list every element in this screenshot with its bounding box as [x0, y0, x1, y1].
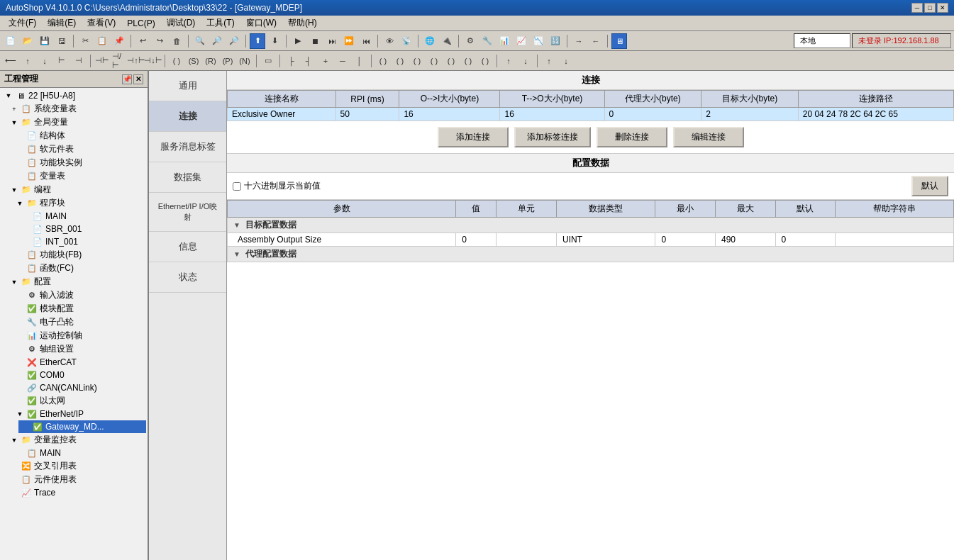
expand-config[interactable]: ▼: [9, 279, 20, 286]
tb-new[interactable]: 📄: [3, 33, 18, 49]
tb2-4[interactable]: ⊢: [54, 53, 70, 69]
tb2-coil1[interactable]: ⊣⊢: [94, 53, 110, 69]
tb2-up[interactable]: ↑: [501, 53, 516, 69]
expand-fc[interactable]: [14, 265, 26, 272]
expand-crossref[interactable]: [9, 463, 20, 470]
tree-node-progblock[interactable]: ▼ 📁 程序块: [13, 196, 146, 210]
tree-node-com0[interactable]: ✅ COM0: [13, 369, 146, 381]
panel-close[interactable]: ✕: [133, 74, 143, 84]
tree-node-elemuse[interactable]: 📋 元件使用表: [7, 473, 146, 486]
menu-edit[interactable]: 编辑(E): [42, 16, 82, 30]
tree-node-trace[interactable]: 📈 Trace: [7, 486, 146, 499]
expand-main[interactable]: [20, 213, 31, 220]
tree-node-softelem[interactable]: 📋 软元件表: [13, 142, 146, 156]
tree-node-funcblock-inst[interactable]: 📋 功能块实例: [13, 156, 146, 169]
tree-node-prog[interactable]: ▼ 📁 编程: [7, 183, 146, 196]
tb2-out2[interactable]: (S): [186, 53, 201, 69]
expand-sysvar[interactable]: +: [9, 106, 20, 113]
tb2-out1[interactable]: ( ): [169, 53, 184, 69]
menu-plc[interactable]: PLC(P): [121, 17, 160, 30]
tree-node-varmonitor[interactable]: ▼ 📁 变量监控表: [7, 433, 146, 447]
tb-config5[interactable]: 📉: [531, 33, 546, 49]
tb2-h3[interactable]: +: [318, 53, 333, 69]
menu-debug[interactable]: 调试(D): [161, 16, 201, 30]
expand-int001[interactable]: [20, 238, 31, 245]
tb2-down[interactable]: ↓: [518, 53, 533, 69]
expand-elemuse[interactable]: [9, 476, 20, 483]
expand-progblock[interactable]: ▼: [14, 200, 26, 207]
tb-save2[interactable]: 🖫: [54, 33, 70, 49]
tb-stop[interactable]: ⏹: [307, 33, 323, 49]
tb-screen[interactable]: 🖥: [611, 33, 627, 49]
tb-delete[interactable]: 🗑: [169, 33, 184, 49]
tb-config3[interactable]: 📊: [497, 33, 512, 49]
tb-offline[interactable]: 🔌: [439, 33, 455, 49]
expand-globalvar[interactable]: ▼: [9, 119, 20, 126]
tree-node-fc[interactable]: 📋 函数(FC): [13, 262, 146, 275]
tree-node-main[interactable]: 📄 MAIN: [18, 210, 146, 223]
tb2-special6[interactable]: ( ): [460, 53, 476, 69]
tb-find3[interactable]: 🔎: [226, 33, 242, 49]
tree-node-config[interactable]: ▼ 📁 配置: [7, 275, 146, 289]
expand-trace[interactable]: [9, 489, 20, 496]
expand-sbr001[interactable]: [20, 225, 31, 233]
expand-inputfilter[interactable]: [14, 292, 26, 299]
nav-dataset[interactable]: 数据集: [149, 162, 226, 193]
tb-redo[interactable]: ↪: [152, 33, 167, 49]
expand-varmonitor[interactable]: ▼: [9, 437, 20, 444]
panel-pin[interactable]: 📌: [122, 74, 132, 84]
default-button[interactable]: 默认: [911, 176, 948, 196]
tb-find2[interactable]: 🔎: [209, 33, 225, 49]
tree-node-root[interactable]: ▼ 🖥 22 [H5U-A8]: [1, 89, 146, 102]
tb2-special4[interactable]: ( ): [426, 53, 442, 69]
tree-node-can[interactable]: 🔗 CAN(CANLink): [13, 381, 146, 394]
expand-ethercat[interactable]: [14, 359, 26, 366]
tb2-2[interactable]: ↑: [20, 53, 35, 69]
tree-node-sbr001[interactable]: 📄 SBR_001: [18, 223, 146, 235]
tb2-coil3[interactable]: ⊣↑⊢: [128, 53, 144, 69]
expand-vartable[interactable]: [14, 173, 26, 180]
tb-save[interactable]: 💾: [37, 33, 52, 49]
expand-struct[interactable]: [14, 133, 26, 140]
nav-connection[interactable]: 连接: [149, 101, 226, 132]
expand-funcblock-inst[interactable]: [14, 159, 26, 167]
nav-general[interactable]: 通用: [149, 71, 226, 101]
tb2-1[interactable]: ⟵: [3, 53, 18, 69]
tb-online[interactable]: 🌐: [422, 33, 438, 49]
tree-node-ethercat[interactable]: ❌ EtherCAT: [13, 356, 146, 369]
tb2-coil2[interactable]: ⊣/⊢: [111, 53, 127, 69]
table-row[interactable]: Assembly Output Size 0 UINT 0 490 0: [228, 233, 954, 247]
tb2-arrow-d[interactable]: ↓: [558, 53, 574, 69]
tb2-h4[interactable]: ─: [335, 53, 350, 69]
tree-node-ethernetip[interactable]: ▼ ✅ EtherNet/IP: [13, 408, 146, 420]
expand-can[interactable]: [14, 384, 26, 391]
menu-tools[interactable]: 工具(T): [201, 16, 240, 30]
close-button[interactable]: ✕: [937, 3, 948, 13]
tb2-h2[interactable]: ┤: [301, 53, 316, 69]
expand-ecam[interactable]: [14, 319, 26, 326]
tb-config2[interactable]: 🔧: [479, 33, 495, 49]
tb-comm[interactable]: 📡: [399, 33, 414, 49]
tree-node-crossref[interactable]: 🔀 交叉引用表: [7, 459, 146, 473]
tree-node-gateway[interactable]: ✅ Gateway_MD...: [18, 420, 146, 433]
tree-node-inputfilter[interactable]: ⚙ 输入滤波: [13, 289, 146, 302]
expand-softelem[interactable]: [14, 146, 26, 153]
tree-node-vartable[interactable]: 📋 变量表: [13, 169, 146, 183]
menu-view[interactable]: 查看(V): [82, 16, 121, 30]
tree-node-struct[interactable]: 📄 结构体: [13, 129, 146, 142]
tree-node-int001[interactable]: 📄 INT_001: [18, 235, 146, 248]
tb2-arrow-u[interactable]: ↑: [541, 53, 557, 69]
hex-checkbox[interactable]: [233, 182, 241, 191]
expand-root[interactable]: ▼: [3, 92, 14, 99]
tb2-special2[interactable]: ( ): [392, 53, 408, 69]
tb-open[interactable]: 📂: [20, 33, 35, 49]
tree-node-sysvar[interactable]: + 📋 系统变量表: [7, 102, 146, 116]
tb2-h5[interactable]: │: [352, 53, 367, 69]
expand-com0[interactable]: [14, 371, 26, 379]
expand-fb[interactable]: [14, 252, 26, 259]
tb2-coil4[interactable]: ⊣↓⊢: [145, 53, 161, 69]
nav-status[interactable]: 状态: [149, 262, 226, 293]
tree-node-fb[interactable]: 📋 功能块(FB): [13, 248, 146, 262]
tb2-box[interactable]: ▭: [260, 53, 276, 69]
tb-paste[interactable]: 📌: [111, 33, 127, 49]
